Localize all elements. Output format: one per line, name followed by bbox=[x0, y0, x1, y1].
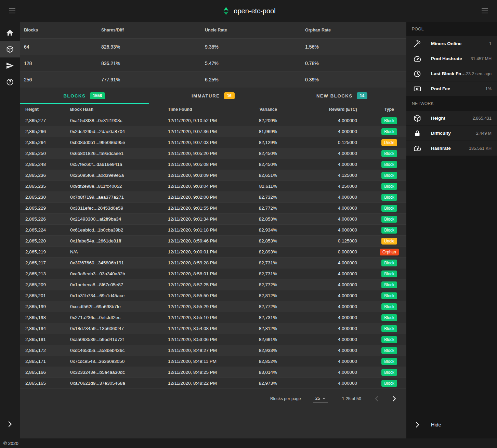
stat-last-block-fo: Last Block Fo…23.2 sec. ago bbox=[406, 66, 497, 81]
cell-variance: 82,731% bbox=[236, 271, 277, 276]
stats-cell: 0.39% bbox=[305, 77, 402, 82]
cell-height: 2,865,219 bbox=[25, 249, 70, 254]
cell-height: 2,865,235 bbox=[25, 184, 70, 189]
cell-reward: 4.000000 bbox=[277, 271, 378, 276]
cell-type: Block bbox=[378, 336, 401, 343]
table-row: 2,865,1710x7cdce548...363609305012/11/20… bbox=[20, 356, 406, 367]
type-chip: Block bbox=[381, 336, 397, 343]
cell-reward: 4.000000 bbox=[277, 304, 378, 309]
expand-rail-button[interactable] bbox=[0, 416, 20, 432]
cell-reward: 4.000000 bbox=[277, 315, 378, 320]
cell-type: Block bbox=[378, 347, 401, 354]
cell-type: Block bbox=[378, 216, 401, 223]
cell-height: 2,865,213 bbox=[25, 271, 70, 276]
tab-label: BLOCKS bbox=[63, 93, 86, 98]
stats-col-header: Uncle Rate bbox=[205, 28, 305, 32]
hide-drawer-button[interactable]: Hide bbox=[406, 417, 497, 433]
nav-help[interactable] bbox=[0, 74, 20, 90]
chevron-right-icon bbox=[413, 421, 421, 429]
cell-block-hash: 0x57fec60f...da616e941a bbox=[70, 162, 168, 167]
type-chip: Block bbox=[381, 260, 397, 266]
left-rail-items bbox=[0, 25, 20, 90]
cell-variance: 82,209% bbox=[236, 118, 277, 123]
cell-reward: 4.000000 bbox=[277, 282, 378, 287]
table-row: 2,865,1660x3233243e...b5a4aa30dc12/11/20… bbox=[20, 367, 406, 378]
cell-height: 2,865,165 bbox=[25, 381, 70, 386]
next-page-button[interactable] bbox=[387, 392, 401, 406]
cell-reward: 4.000000 bbox=[277, 195, 378, 200]
cell-reward: 4.000000 bbox=[277, 337, 378, 342]
chevron-left-icon bbox=[373, 395, 381, 403]
nav-blocks[interactable] bbox=[0, 41, 20, 57]
stats-row: 256777.91%6.25%0.39% bbox=[20, 71, 406, 88]
type-chip: Block bbox=[381, 271, 397, 277]
blocks-col-header: Reward (ETC) bbox=[277, 107, 378, 112]
clock-icon bbox=[413, 70, 421, 78]
cell-block-hash: 0xa9a8eab3...03a340a82b bbox=[70, 271, 168, 276]
stats-cell: 0.78% bbox=[305, 61, 402, 66]
type-chip: Block bbox=[381, 216, 397, 223]
cell-block-hash: 0x9df2e98e...811fc40052 bbox=[70, 184, 168, 189]
previous-page-button[interactable] bbox=[370, 392, 384, 406]
type-chip: Block bbox=[381, 117, 397, 124]
cell-block-hash: 0xaa063539...b95d41d72f bbox=[70, 337, 168, 342]
cell-block-hash: 0x21493300...af2ff9ba34 bbox=[70, 216, 168, 222]
cell-reward: 4.000000 bbox=[277, 151, 378, 156]
cell-type: Block bbox=[378, 325, 401, 332]
cell-type: Block bbox=[378, 314, 401, 321]
cell-reward: 4.000000 bbox=[277, 381, 378, 386]
cell-variance: 82,973% bbox=[236, 381, 277, 386]
type-chip: Uncle bbox=[381, 139, 397, 146]
cell-variance: 82,450% bbox=[236, 162, 277, 167]
stats-cell: 6.25% bbox=[205, 77, 305, 82]
cell-type: Uncle bbox=[378, 139, 401, 146]
cell-height: 2,865,226 bbox=[25, 216, 70, 222]
type-chip: Block bbox=[381, 281, 397, 288]
cell-variance: 82,691% bbox=[236, 337, 277, 342]
cell-reward: 4.000000 bbox=[277, 227, 378, 233]
blocks-col-header: Type bbox=[378, 107, 401, 112]
cell-block-hash: 0x61eabfcd...1b0cba39b2 bbox=[70, 227, 168, 233]
cell-reward: 4.000000 bbox=[277, 206, 378, 211]
table-row: 2,865,2240x61eabfcd...1b0cba39b212/11/20… bbox=[20, 225, 406, 236]
nav-payments[interactable] bbox=[0, 57, 20, 74]
per-page-select[interactable]: 25 bbox=[313, 395, 328, 403]
cell-variance: 82,893% bbox=[236, 249, 277, 254]
stats-cell: 1.56% bbox=[305, 44, 402, 50]
shell: BlocksShares/DiffUncle RateOrphan Rate 6… bbox=[0, 22, 497, 438]
main-content: BlocksShares/DiffUncle RateOrphan Rate 6… bbox=[20, 22, 406, 438]
cell-block-hash: 0x7cdce548...3636093050 bbox=[70, 359, 168, 364]
table-row: 2,865,1990xccdf562f...69a698b7fe12/11/20… bbox=[20, 301, 406, 312]
cell-block-hash: 0xdc465d5a...a58beb436c bbox=[70, 348, 168, 353]
cell-height: 2,865,199 bbox=[25, 304, 70, 309]
stats-row: 64826.93%9.38%1.56% bbox=[20, 38, 406, 55]
type-chip: Block bbox=[381, 161, 397, 168]
stats-row: 128836.21%5.47%0.78% bbox=[20, 55, 406, 71]
tab-new-blocks[interactable]: NEW BLOCKS14 bbox=[277, 88, 406, 104]
cell-reward: 4.125000 bbox=[277, 173, 378, 178]
stat-label: Pool Hashrate bbox=[431, 56, 462, 61]
pickaxe-icon bbox=[413, 40, 421, 48]
type-chip: Block bbox=[381, 227, 397, 234]
right-menu-button[interactable] bbox=[478, 4, 492, 18]
nav-home[interactable] bbox=[0, 25, 20, 41]
cell-block-hash: 0x3f367660...345806b191 bbox=[70, 260, 168, 265]
cell-type: Orphan bbox=[378, 249, 401, 255]
stats-cell: 9.38% bbox=[205, 44, 305, 50]
tab-badge: 14 bbox=[357, 92, 367, 99]
cell-time-found: 12/11/2020, 8:58:01 PM bbox=[168, 271, 236, 276]
type-chip: Block bbox=[381, 314, 397, 321]
menu-button[interactable] bbox=[5, 4, 19, 18]
table-row: 2,865,1980x271a236c...0efcfdf2ec12/11/20… bbox=[20, 312, 406, 323]
tab-immature[interactable]: IMMATURE16 bbox=[149, 88, 278, 104]
tab-blocks[interactable]: BLOCKS1558 bbox=[20, 88, 149, 104]
chevron-right-icon bbox=[6, 420, 14, 428]
cell-height: 2,865,198 bbox=[25, 315, 70, 320]
stat-label: Difficulty bbox=[431, 131, 451, 136]
blocks-col-header: Block Hash bbox=[70, 107, 168, 112]
cell-height: 2,865,250 bbox=[25, 151, 70, 156]
cell-variance: 82,732% bbox=[236, 195, 277, 200]
pagination: Blocks per page 25 1-25 of 50 bbox=[20, 389, 406, 409]
app-title: open-etc-pool bbox=[234, 7, 275, 15]
cell-variance: 82,450% bbox=[236, 151, 277, 156]
